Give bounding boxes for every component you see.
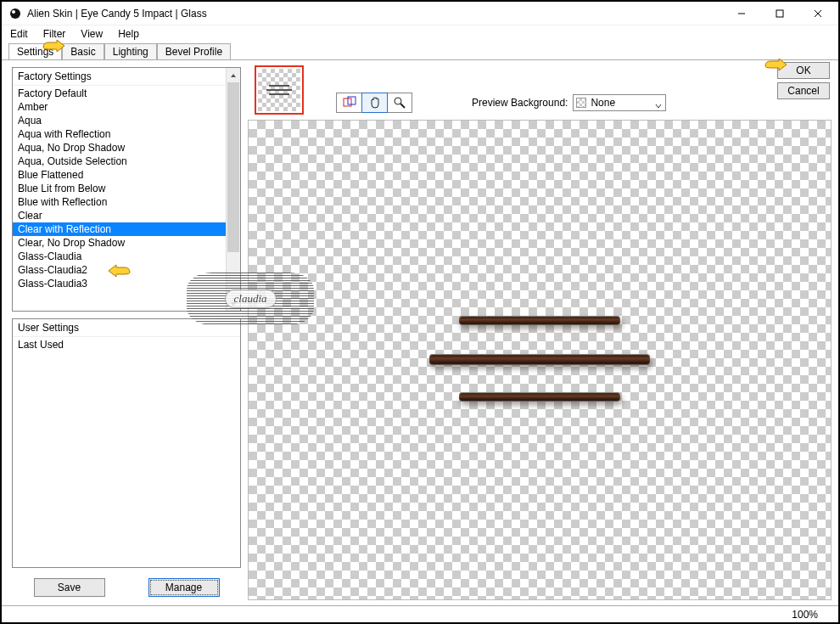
scroll-up-icon[interactable] xyxy=(227,68,240,82)
menu-view[interactable]: View xyxy=(81,28,103,40)
zoom-level: 100% xyxy=(792,609,818,621)
menu-edit[interactable]: Edit xyxy=(10,28,28,40)
preview-background-value: None xyxy=(591,97,615,109)
tab-bevel-profile[interactable]: Bevel Profile xyxy=(157,43,231,59)
scrollbar[interactable] xyxy=(226,68,240,311)
list-item[interactable]: Glass-Claudia3 xyxy=(13,277,240,290)
scroll-thumb[interactable] xyxy=(227,82,239,252)
list-item[interactable]: Factory Default xyxy=(13,87,240,100)
tab-settings[interactable]: Settings xyxy=(8,43,62,60)
preview-object xyxy=(429,354,650,365)
user-settings-header: User Settings xyxy=(13,319,240,337)
list-item[interactable]: Blue with Reflection xyxy=(13,195,240,209)
tab-basic[interactable]: Basic xyxy=(62,43,104,59)
preview-canvas[interactable] xyxy=(248,120,832,600)
preview-thumbnail[interactable] xyxy=(255,65,304,115)
user-settings-list[interactable]: User Settings Last Used xyxy=(12,318,241,568)
window-title: Alien Skin | Eye Candy 5 Impact | Glass xyxy=(27,8,722,20)
minimize-button[interactable] xyxy=(722,3,760,25)
tab-strip: Settings Basic Lighting Bevel Profile xyxy=(2,42,838,59)
menu-bar: Edit Filter View Help xyxy=(2,25,838,42)
ok-button[interactable]: OK xyxy=(777,62,830,79)
scroll-down-icon[interactable] xyxy=(227,296,240,311)
svg-point-1 xyxy=(12,10,15,14)
list-item[interactable]: Aqua xyxy=(13,114,240,127)
list-item[interactable]: Clear with Reflection xyxy=(13,222,240,236)
list-item[interactable]: Amber xyxy=(13,100,240,114)
tool-group xyxy=(336,93,412,113)
list-item[interactable]: Last Used xyxy=(13,338,240,351)
list-item[interactable]: Aqua with Reflection xyxy=(13,127,240,141)
save-button[interactable]: Save xyxy=(34,578,105,597)
list-item[interactable]: Aqua, No Drop Shadow xyxy=(13,141,240,155)
list-item[interactable]: Clear xyxy=(13,209,240,222)
list-item[interactable]: Blue Flattened xyxy=(13,168,240,182)
list-item[interactable]: Glass-Claudia xyxy=(13,250,240,263)
zoom-tool-icon[interactable] xyxy=(387,93,412,112)
list-item[interactable]: Blue Lit from Below xyxy=(13,182,240,195)
preview-background-label: Preview Background: xyxy=(472,97,568,109)
factory-settings-list[interactable]: Factory Settings Factory DefaultAmberAqu… xyxy=(12,67,241,312)
svg-point-0 xyxy=(10,8,20,19)
menu-help[interactable]: Help xyxy=(118,28,139,40)
cancel-button[interactable]: Cancel xyxy=(777,82,830,99)
close-button[interactable] xyxy=(798,3,837,25)
list-item[interactable]: Aqua, Outside Selection xyxy=(13,155,240,168)
factory-settings-header: Factory Settings xyxy=(13,68,240,86)
navigator-tool-icon[interactable] xyxy=(337,93,362,112)
preview-object xyxy=(459,316,620,325)
svg-rect-3 xyxy=(776,10,783,17)
settings-panel: Factory Settings Factory DefaultAmberAqu… xyxy=(2,60,248,605)
title-bar: Alien Skin | Eye Candy 5 Impact | Glass xyxy=(2,2,838,25)
preview-background-select[interactable]: None xyxy=(573,94,666,111)
tab-lighting[interactable]: Lighting xyxy=(104,43,157,59)
list-item[interactable]: Clear, No Drop Shadow xyxy=(13,236,240,250)
maximize-button[interactable] xyxy=(760,3,798,25)
hand-tool-icon[interactable] xyxy=(361,93,388,113)
menu-filter[interactable]: Filter xyxy=(43,28,66,40)
list-item[interactable]: Glass-Claudia2 xyxy=(13,263,240,277)
app-icon xyxy=(8,7,22,20)
transparency-swatch-icon xyxy=(576,98,586,108)
preview-area: Preview Background: None OK Cancel xyxy=(248,60,838,605)
status-bar: 100% xyxy=(2,605,838,622)
chevron-down-icon xyxy=(655,100,662,112)
svg-point-8 xyxy=(395,98,401,104)
manage-button[interactable]: Manage xyxy=(148,578,220,597)
svg-line-9 xyxy=(400,104,405,108)
preview-object xyxy=(459,392,620,402)
